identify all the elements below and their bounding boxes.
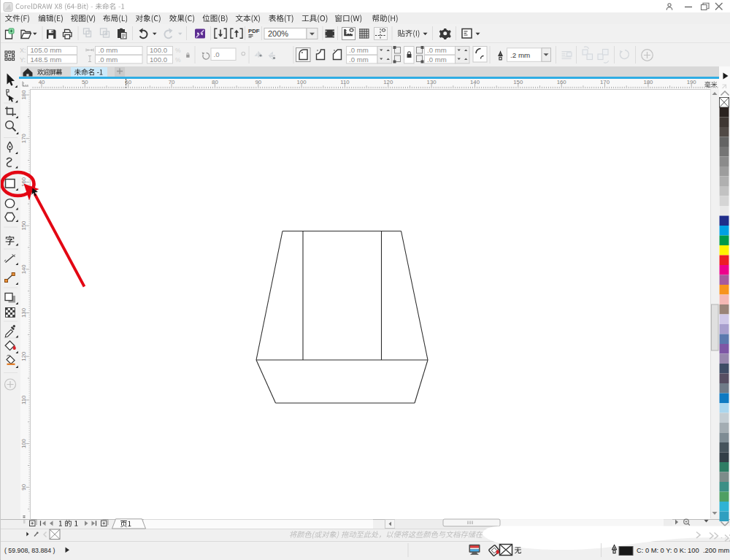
svg-text:180: 180 [643,79,653,85]
svg-text:80: 80 [212,79,218,85]
svg-text:130: 130 [427,79,437,85]
svg-text:150: 150 [513,79,523,85]
svg-text:.0 mm: .0 mm [427,46,447,54]
svg-text:.200 mm: .200 mm [703,547,729,554]
svg-text:.0 mm: .0 mm [99,55,118,64]
svg-text:100.0: 100.0 [150,46,167,54]
svg-text:90: 90 [255,79,261,85]
svg-text:.2 mm: .2 mm [510,51,530,59]
svg-text:Y:: Y: [20,56,26,64]
svg-text:.0: .0 [214,50,220,58]
svg-text:100: 100 [297,79,307,85]
svg-text:70: 70 [169,79,175,85]
svg-text:140: 140 [470,79,480,85]
svg-text:C: 0 M: 0 Y: 0 K: 100: C: 0 M: 0 Y: 0 K: 100 [637,547,699,554]
svg-text:100.0: 100.0 [150,55,167,64]
svg-text:%: % [175,56,181,64]
svg-text:200%: 200% [268,29,288,38]
svg-text:160: 160 [557,79,567,85]
svg-text:190: 190 [687,79,697,85]
svg-text:105.0 mm: 105.0 mm [31,46,62,54]
svg-text:.0 mm: .0 mm [349,55,369,64]
svg-text:50: 50 [82,79,88,85]
svg-text:X:: X: [20,47,26,54]
svg-text:110: 110 [340,79,350,85]
svg-text:170: 170 [600,79,610,85]
svg-text:.0 mm: .0 mm [99,46,118,54]
svg-text:40: 40 [39,79,45,85]
svg-text:.0 mm: .0 mm [349,46,369,54]
svg-text:( 59.908, 83.884 ): ( 59.908, 83.884 ) [4,547,55,554]
svg-text:%: % [175,47,181,54]
svg-text:120: 120 [383,79,393,85]
svg-text:148.5 mm: 148.5 mm [31,55,62,64]
svg-text:PDF: PDF [248,28,260,34]
svg-text:.0 mm: .0 mm [427,55,447,64]
